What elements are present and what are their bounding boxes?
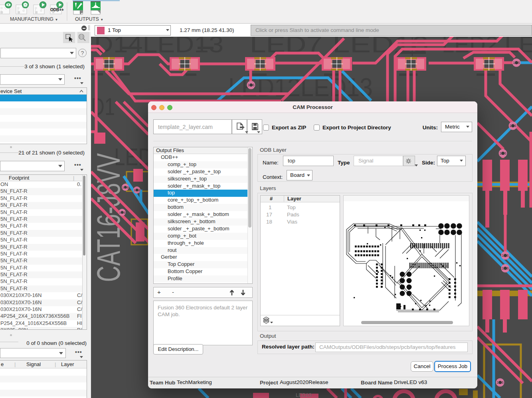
svg-text:1-16: 1-16	[134, 188, 140, 192]
svg-text:LED10: LED10	[296, 392, 312, 398]
svg-text:1-16: 1-16	[499, 151, 506, 155]
svg-text:1-16: 1-16	[509, 124, 516, 128]
svg-text:ODB++: ODB++	[50, 8, 64, 12]
svg-text:1-16: 1-16	[496, 380, 503, 384]
svg-text:LED3: LED3	[504, 37, 532, 57]
svg-text:1-16: 1-16	[122, 186, 129, 189]
svg-text:1-16: 1-16	[502, 266, 508, 270]
svg-text:1-16: 1-16	[513, 61, 520, 65]
svg-text:1-16: 1-16	[247, 83, 254, 87]
svg-text:1-16: 1-16	[502, 253, 508, 257]
svg-text:1-16: 1-16	[119, 211, 126, 214]
